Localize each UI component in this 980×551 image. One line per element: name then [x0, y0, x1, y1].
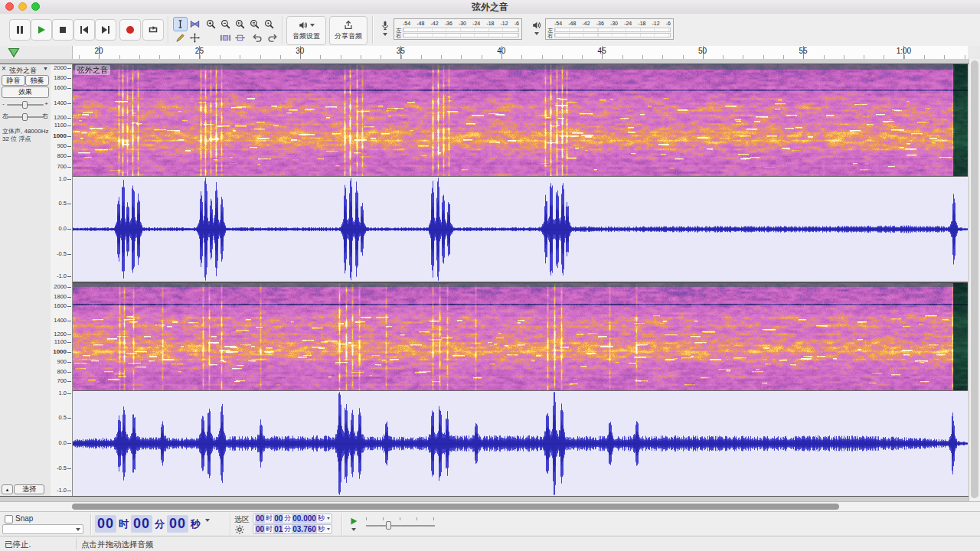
horizontal-scrollbar-thumb[interactable] [72, 504, 839, 510]
sel-start-seconds[interactable]: 00.000 [292, 514, 317, 523]
play-at-speed-button[interactable] [346, 516, 361, 533]
playback-speed-slider[interactable] [366, 517, 435, 531]
track-menu-button[interactable]: ▼ [43, 66, 48, 71]
timeline-ruler[interactable]: 20253035404550551:00 [73, 46, 968, 59]
collapse-track-button[interactable]: ▲ [2, 484, 13, 494]
scale-label: 1800 [54, 75, 67, 81]
undo-button[interactable] [250, 31, 265, 45]
time-seconds[interactable]: 00 [167, 515, 188, 533]
track-select-button[interactable]: 选择 [14, 484, 44, 494]
main-toolbar: 音频设置 分享音频 -54-48-42-36-30-24-18-12-6 左 右… [0, 14, 980, 47]
track-close-button[interactable]: × [2, 65, 6, 73]
timeline-mark: 30 [296, 47, 304, 55]
sel-end-hours[interactable]: 00 [255, 525, 265, 533]
gain-minus-label: - [2, 101, 5, 107]
gain-slider-thumb[interactable] [22, 101, 28, 109]
window-minimize-button[interactable] [18, 2, 27, 11]
time-minutes[interactable]: 00 [131, 515, 152, 533]
selection-settings-gear-icon[interactable] [234, 524, 245, 535]
solo-button[interactable]: 独奏 [25, 75, 49, 86]
skip-to-end-button[interactable] [95, 19, 116, 41]
scale-label: 1100 [54, 339, 67, 345]
scale-tick [67, 167, 71, 168]
playback-meter[interactable]: -54-48-42-36-30-24-18-12-6 左 右 [545, 18, 674, 40]
speed-slider-thumb[interactable] [386, 521, 391, 530]
zoom-out-button[interactable] [218, 17, 233, 31]
envelope-tool-button[interactable] [188, 17, 202, 31]
audio-setup-button[interactable]: 音频设置 [286, 16, 326, 45]
silence-audio-button[interactable] [233, 31, 247, 45]
zoom-in-button[interactable] [204, 17, 218, 31]
spectrogram-right-channel[interactable] [73, 283, 968, 390]
sel-end-hours-unit: 时 [266, 524, 273, 534]
sel-start-hours-unit: 时 [266, 514, 273, 523]
scale-label: 0.5 [59, 201, 67, 207]
loop-icon [147, 24, 159, 36]
time-hours[interactable]: 00 [95, 515, 116, 533]
vertical-scale-ruler[interactable]: 2000180016001400120011001000900800700 1.… [51, 64, 73, 496]
playback-meter-channels: 左 右 [547, 28, 554, 38]
draw-tool-button[interactable] [173, 31, 188, 45]
time-seconds-unit: 秒 [191, 517, 201, 531]
time-format-dropdown-icon[interactable] [205, 519, 210, 522]
playback-meter-speaker-button[interactable] [528, 19, 545, 41]
chevron-down-icon[interactable] [327, 528, 330, 530]
snap-mode-dropdown[interactable] [2, 524, 83, 534]
selection-start-field[interactable]: 00 时 00 分 00.000 秒 [253, 514, 332, 523]
mute-button[interactable]: 静音 [2, 75, 25, 86]
zoom-in-icon [205, 18, 217, 30]
fit-selection-button[interactable] [233, 17, 247, 31]
sel-end-seconds[interactable]: 03.760 [292, 525, 317, 533]
play-pin-icon[interactable] [8, 47, 20, 58]
waveform-left-channel[interactable] [73, 177, 968, 282]
pan-slider-thumb[interactable] [22, 113, 28, 121]
scale-tick [67, 204, 71, 204]
zoom-toggle-button[interactable] [262, 17, 276, 31]
timeline-right-corner [969, 46, 980, 59]
trim-audio-button[interactable] [218, 31, 233, 45]
scale-label: 700 [57, 164, 67, 170]
effects-button[interactable]: 效果 [2, 86, 49, 98]
time-display[interactable]: 00 时 00 分 00 秒 [95, 514, 210, 534]
spectrogram-left-channel[interactable] [73, 64, 968, 176]
scale-label: 0.0 [59, 226, 67, 232]
ibeam-icon [175, 18, 186, 30]
selection-tool-button[interactable] [173, 17, 188, 31]
playback-meter-bars [554, 28, 671, 38]
window-zoom-button[interactable] [31, 2, 40, 11]
sel-end-minutes[interactable]: 01 [273, 525, 283, 533]
audio-setup-label: 音频设置 [292, 31, 320, 41]
recording-meter[interactable]: -54-48-42-36-30-24-18-12-6 左 右 [394, 18, 522, 40]
stop-button[interactable] [52, 19, 74, 41]
scale-label: 700 [57, 378, 67, 384]
snap-checkbox[interactable] [5, 515, 13, 523]
timeline-mark: 45 [598, 47, 606, 55]
track: × 弦外之音 ▼ 静音 独奏 效果 - + 左 右 立体声, 48000Hz 3… [0, 64, 969, 497]
skip-to-start-button[interactable] [74, 19, 95, 41]
window-close-button[interactable] [5, 2, 14, 11]
pause-button[interactable] [9, 19, 31, 41]
scale-label: 2000 [54, 65, 67, 71]
share-audio-button[interactable]: 分享音频 [329, 16, 368, 45]
loop-button[interactable] [142, 19, 164, 41]
meter-scale-label: -36 [445, 20, 452, 27]
sel-start-hours[interactable]: 00 [255, 514, 265, 523]
selection-end-field[interactable]: 00 时 01 分 03.760 秒 [253, 524, 332, 534]
vertical-scrollbar[interactable] [969, 59, 980, 501]
chevron-down-icon [310, 24, 315, 27]
toolbar-separator [168, 16, 168, 44]
waveform-right-channel[interactable] [73, 391, 968, 496]
timeline: 20253035404550551:00 [0, 46, 980, 60]
mic-button[interactable] [377, 19, 394, 41]
multi-tool-button[interactable] [188, 31, 202, 45]
vertical-scrollbar-thumb[interactable] [971, 60, 978, 498]
fit-project-button[interactable] [247, 17, 262, 31]
toolbar-separator [341, 514, 342, 535]
redo-button[interactable] [265, 31, 279, 45]
chevron-down-icon[interactable] [327, 517, 330, 520]
horizontal-scrollbar[interactable] [0, 501, 980, 511]
sel-start-minutes[interactable]: 00 [273, 514, 283, 523]
record-button[interactable] [119, 19, 141, 41]
meter-scale-label: -12 [501, 20, 508, 27]
play-button[interactable] [31, 19, 52, 41]
